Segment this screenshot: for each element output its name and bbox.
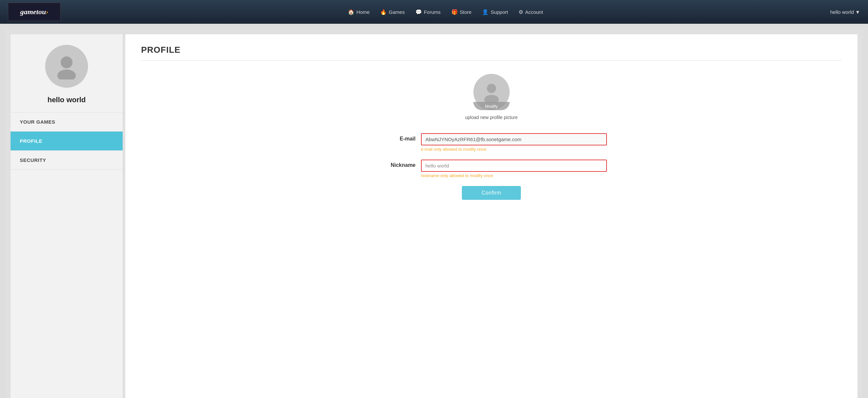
content-area: hello world YOUR GAMES PROFILE SECURITY … <box>5 29 863 398</box>
forums-icon: 💬 <box>415 9 422 15</box>
nav-forums-label: Forums <box>424 9 441 15</box>
profile-pic-container[interactable]: Modify <box>473 74 510 110</box>
logo[interactable]: gametou› <box>8 3 61 21</box>
modify-overlay[interactable]: Modify <box>473 102 510 110</box>
profile-pic-section: Modify upload new profile picture <box>141 74 842 120</box>
account-icon: ⚙ <box>519 9 523 15</box>
sidebar-item-security[interactable]: SECURITY <box>10 151 123 170</box>
sidebar-username: hello world <box>48 96 86 104</box>
nav-account[interactable]: ⚙ Account <box>519 9 543 15</box>
nickname-input[interactable] <box>421 160 607 172</box>
home-icon: 🏠 <box>348 9 354 15</box>
nav-home-label: Home <box>356 9 370 15</box>
sidebar-item-profile[interactable]: PROFILE <box>10 131 123 151</box>
nav-store-label: Store <box>460 9 472 15</box>
nav-games[interactable]: 🔥 Games <box>380 9 404 15</box>
nav-account-label: Account <box>525 9 543 15</box>
sidebar-avatar <box>45 45 88 88</box>
content-background: hello world YOUR GAMES PROFILE SECURITY … <box>0 24 868 398</box>
nav-forums[interactable]: 💬 Forums <box>415 9 441 15</box>
profile-avatar-silhouette <box>480 81 502 103</box>
email-hint: e-mail only allowed to modify once <box>421 147 607 152</box>
nickname-label: Nickname <box>376 160 416 168</box>
modify-label: Modify <box>485 104 497 109</box>
nickname-hint: nickname only allowed to modify once <box>421 173 607 178</box>
profile-form: E-mail e-mail only allowed to modify onc… <box>376 133 607 200</box>
games-icon: 🔥 <box>380 9 387 15</box>
user-menu[interactable]: hello world ▼ <box>830 9 860 15</box>
confirm-button[interactable]: Confirm <box>462 186 521 200</box>
logo-text: gametou› <box>20 8 49 16</box>
main-panel: PROFILE Modify upload new profile pictur <box>125 34 858 398</box>
nav-games-label: Games <box>389 9 404 15</box>
upload-text: upload new profile picture <box>465 115 518 120</box>
email-field-wrapper: e-mail only allowed to modify once <box>421 133 607 152</box>
svg-point-1 <box>57 69 76 80</box>
user-label: hello world <box>830 9 854 15</box>
nav-store[interactable]: 🎁 Store <box>451 9 472 15</box>
nickname-field-wrapper: nickname only allowed to modify once <box>421 160 607 178</box>
svg-point-2 <box>487 84 496 93</box>
confirm-btn-row: Confirm <box>376 186 607 200</box>
email-input[interactable] <box>421 133 607 146</box>
store-icon: 🎁 <box>451 9 458 15</box>
nav-support[interactable]: 👤 Support <box>482 9 508 15</box>
svg-point-0 <box>61 56 72 68</box>
sidebar-avatar-section: hello world <box>10 34 123 112</box>
sidebar-item-your-games[interactable]: YOUR GAMES <box>10 113 123 131</box>
title-divider <box>141 60 842 61</box>
navbar: gametou› 🏠 Home 🔥 Games 💬 Forums 🎁 Store… <box>0 0 868 24</box>
dropdown-icon: ▼ <box>855 9 860 15</box>
nav-menu: 🏠 Home 🔥 Games 💬 Forums 🎁 Store 👤 Suppor… <box>348 9 543 15</box>
email-label: E-mail <box>376 133 416 142</box>
nav-home[interactable]: 🏠 Home <box>348 9 370 15</box>
nickname-row: Nickname nickname only allowed to modify… <box>376 160 607 178</box>
nav-support-label: Support <box>491 9 508 15</box>
email-row: E-mail e-mail only allowed to modify onc… <box>376 133 607 152</box>
support-icon: 👤 <box>482 9 489 15</box>
page-title: PROFILE <box>141 45 842 55</box>
sidebar: hello world YOUR GAMES PROFILE SECURITY <box>10 34 123 398</box>
avatar-silhouette <box>53 53 80 80</box>
